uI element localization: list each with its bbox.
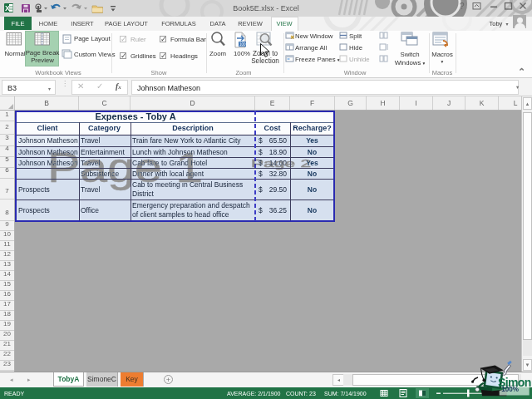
svg-text:100: 100 [239,42,246,47]
svg-text:100%: 100% [501,386,520,393]
svg-text:X: X [5,4,10,12]
svg-text:?: ? [460,2,465,11]
